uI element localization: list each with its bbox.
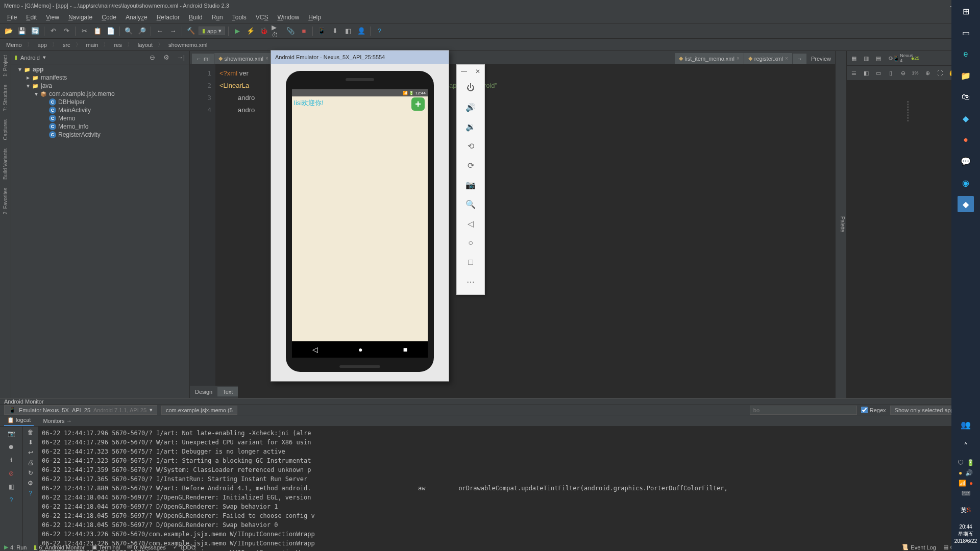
logcat-output[interactable]: 06-22 12:44:17.296 5670-5670/? I/art: No… (38, 427, 980, 551)
sync-icon[interactable]: 🔄 (30, 26, 41, 37)
tab-messages[interactable]: ✉ 0: Messages (127, 544, 165, 550)
tray-icon[interactable]: ● (959, 469, 962, 477)
tab-logcat[interactable]: 📋 logcat (4, 415, 34, 426)
system-info-icon[interactable]: ℹ (6, 455, 16, 465)
menu-view[interactable]: View (42, 13, 63, 22)
app-icon[interactable]: ◉ (958, 174, 974, 191)
menu-vcs[interactable]: VCS (252, 13, 273, 22)
scroll-end-icon[interactable]: ⬇ (28, 439, 33, 446)
tree-class[interactable]: C DBHelper (11, 98, 189, 106)
record-icon[interactable]: ⏺ (6, 442, 16, 452)
preview-tool-icon[interactable]: ▯ (886, 68, 896, 78)
gear-icon[interactable]: ⚙ (161, 52, 172, 63)
restart-icon[interactable]: ↻ (28, 469, 33, 477)
log-search-input[interactable] (750, 406, 857, 415)
ime-indicator[interactable]: 英 S (958, 502, 974, 518)
tray-wifi-icon[interactable]: 📶 (959, 480, 966, 487)
tree-package[interactable]: ▾ 📦 com.example.jsjx.memo (11, 90, 189, 98)
editor-tab-prev[interactable]: ← ml (192, 54, 214, 64)
terminate-icon[interactable]: ⊘ (6, 468, 16, 479)
menu-navigate[interactable]: Navigate (64, 13, 96, 22)
stop-icon[interactable]: ■ (298, 26, 309, 37)
tab-android-monitor[interactable]: ▮6: Android Monitor (34, 544, 84, 550)
menu-run[interactable]: Run (208, 13, 227, 22)
chevron-down-icon[interactable]: ▾ (43, 54, 46, 61)
tab-structure[interactable]: 7: Structure (2, 83, 9, 113)
settings-icon[interactable]: ⚙ (28, 480, 33, 487)
layout-inspector-icon[interactable]: ◧ (342, 26, 354, 37)
paste-icon[interactable]: 📄 (105, 26, 116, 37)
tray-volume-icon[interactable]: 🔊 (965, 469, 973, 477)
tray-keyboard-icon[interactable]: ⌨ (962, 490, 970, 497)
regex-checkbox[interactable] (861, 407, 868, 413)
overview-icon[interactable]: □ (457, 253, 484, 272)
help-icon[interactable]: ? (29, 490, 32, 497)
menu-tools[interactable]: Tools (228, 13, 251, 22)
editor-tab-next[interactable]: → (793, 54, 806, 64)
tree-class[interactable]: C Memo_info (11, 122, 189, 131)
run-config-selector[interactable]: ▮ app ▾ (199, 27, 225, 35)
volume-down-icon[interactable]: 🔉 (457, 117, 484, 136)
tab-text[interactable]: Text (217, 387, 238, 396)
layout-inspector-icon[interactable]: ◧ (6, 482, 16, 492)
api-selector[interactable]: ●25 (910, 53, 920, 63)
editor-tab-listitem[interactable]: ◆list_item_memo.xml× (675, 53, 744, 64)
preview-tool-icon[interactable]: ▭ (873, 68, 884, 78)
emulator-screen[interactable]: 📶 🔋 12:44 lisi欢迎你! + (292, 89, 428, 358)
find-icon[interactable]: 🔍 (123, 26, 134, 37)
tab-build-variants[interactable]: Build Variants (2, 146, 9, 182)
device-selector[interactable]: 📱Nexus 4 (898, 53, 908, 63)
bc-layout[interactable]: layout (135, 41, 156, 48)
rotate-left-icon[interactable]: ⟲ (457, 136, 484, 156)
chevron-up-icon[interactable]: ˄ (958, 438, 974, 454)
project-view-label[interactable]: Android (20, 55, 40, 61)
clear-icon[interactable]: 🗑 (28, 429, 34, 436)
zoom-in-icon[interactable]: ⊕ (922, 68, 933, 78)
fit-icon[interactable]: ⛶ (935, 68, 945, 78)
tab-run[interactable]: ▶4: Run (4, 544, 27, 550)
android-studio-icon[interactable]: ◆ (958, 196, 974, 212)
tree-class[interactable]: C MainActivity (11, 106, 189, 114)
app-icon[interactable]: ● (958, 132, 974, 148)
replace-icon[interactable]: 🔎 (136, 26, 148, 37)
zoom-icon[interactable]: 🔍 (457, 194, 484, 214)
tab-terminal[interactable]: ▣ Terminal (92, 544, 120, 550)
home-icon[interactable]: ○ (457, 233, 484, 253)
zoom-out-icon[interactable]: ⊖ (898, 68, 908, 78)
cut-icon[interactable]: ✂ (79, 26, 90, 37)
profile-icon[interactable]: ▶⏱ (272, 26, 283, 37)
forward-icon[interactable]: → (167, 26, 179, 37)
tree-class[interactable]: C Memo (11, 114, 189, 122)
emulator-title[interactable]: Android Emulator - Nexus_5X_API_25:5554 (271, 51, 449, 64)
hide-icon[interactable]: →| (175, 52, 186, 63)
apply-changes-icon[interactable]: ⚡ (245, 26, 256, 37)
preview-label[interactable]: Preview (807, 54, 835, 64)
soft-wrap-icon[interactable]: ↩ (28, 449, 33, 456)
volume-up-icon[interactable]: 🔊 (457, 97, 484, 117)
explorer-icon[interactable]: 📁 (958, 67, 974, 84)
bc-main[interactable]: main (83, 41, 102, 48)
preview-tool-icon[interactable]: ☰ (849, 68, 859, 78)
menu-edit[interactable]: Edit (22, 13, 41, 22)
process-selector[interactable]: com.example.jsjx.memo (5 (161, 406, 237, 415)
camera-icon[interactable]: 📷 (457, 175, 484, 194)
screenshot-icon[interactable]: 📷 (6, 429, 16, 439)
preview-tool-icon[interactable]: ▦ (849, 53, 859, 63)
tab-design[interactable]: Design (190, 387, 217, 396)
rotate-right-icon[interactable]: ⟳ (457, 156, 484, 175)
bc-src[interactable]: src (60, 41, 74, 48)
menu-help[interactable]: Help (304, 13, 325, 22)
copy-icon[interactable]: 📋 (92, 26, 103, 37)
palette-strip[interactable]: Palette (835, 51, 846, 398)
device-selector[interactable]: 📱 Emulator Nexus_5X_API_25 Android 7.1.1… (4, 405, 157, 415)
emulator-window[interactable]: Android Emulator - Nexus_5X_API_25:5554 … (271, 50, 449, 382)
menu-analyze[interactable]: Analyze (121, 13, 152, 22)
power-icon[interactable]: ⏻ (457, 78, 484, 97)
people-icon[interactable]: 👥 (958, 416, 974, 433)
taskbar-clock[interactable]: 20:44 星期五 2018/6/22 (954, 523, 977, 548)
collapse-icon[interactable]: ⊖ (146, 52, 158, 63)
task-view-icon[interactable]: ▭ (958, 24, 974, 41)
help-icon[interactable]: ? (374, 26, 385, 37)
tab-monitors[interactable]: Monitors → (40, 416, 75, 425)
menu-code[interactable]: Code (97, 13, 120, 22)
